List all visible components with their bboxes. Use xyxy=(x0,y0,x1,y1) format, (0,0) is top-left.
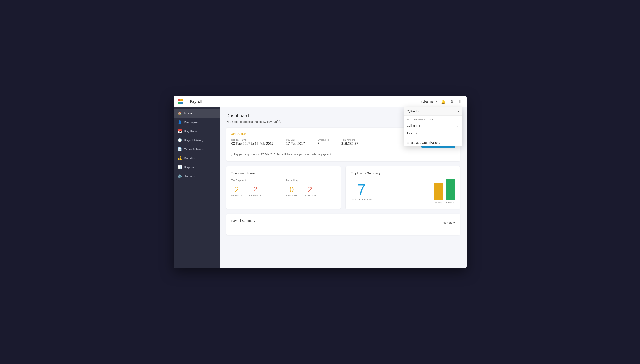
pay-run-details: Regular Payroll 03 Feb 2017 to 16 Feb 20… xyxy=(231,138,358,146)
org-item-zylker-label: Zylker Inc. xyxy=(407,124,421,128)
emp-count-label: Active Employees xyxy=(351,198,372,201)
form-counts: 0 PENDING 2 OVERDUE xyxy=(286,185,336,197)
org-item-zylker[interactable]: Zylker Inc. ✓ xyxy=(404,122,462,130)
manage-org-label: Manage Organizations xyxy=(411,141,440,144)
form-pending-number: 0 xyxy=(286,185,297,194)
sidebar-item-benefits-label: Benefits xyxy=(184,157,195,160)
payroll-summary-header: Payroll Summary This Year ▾ xyxy=(231,219,455,226)
emp-summary: 7 Active Employees Hourly Salaried xyxy=(351,179,455,204)
tax-payments-title: Tax Payments xyxy=(231,179,281,182)
salaried-label: Salaried xyxy=(446,201,454,204)
year-selector[interactable]: This Year ▾ xyxy=(441,221,455,224)
settings-button[interactable]: ⚙ xyxy=(450,98,455,105)
org-selector[interactable]: Zylker Inc. ▾ xyxy=(421,100,437,103)
sidebar-item-payroll-history[interactable]: 🕐 Payroll History xyxy=(174,136,220,145)
form-filing-section: Form filing 0 PENDING 2 OVERDUE xyxy=(281,179,336,197)
salaried-bar xyxy=(446,179,455,200)
pay-run-total-field: Total Amount $16,252.57 xyxy=(342,138,358,146)
taxes-sections: Tax Payments 2 PENDING 2 OVERDUE xyxy=(231,179,336,197)
pay-run-period-field: Regular Payroll 03 Feb 2017 to 16 Feb 20… xyxy=(231,138,274,146)
org-dropdown: Zylker Inc. ▾ MY ORGANIZATIONS Zylker In… xyxy=(404,107,462,146)
manage-org-icon: ≡ xyxy=(407,141,409,144)
logo-area: Payroll xyxy=(178,99,202,104)
org-chevron-icon: ▾ xyxy=(436,100,437,103)
salaried-bar-group: Salaried xyxy=(446,179,455,204)
payroll-history-icon: 🕐 xyxy=(178,138,182,142)
employees-summary-card: Employees Summary 7 Active Employees Hou… xyxy=(346,166,460,209)
year-chevron-icon: ▾ xyxy=(453,221,455,224)
tax-payments-section: Tax Payments 2 PENDING 2 OVERDUE xyxy=(231,179,281,197)
org-dropdown-selected: Zylker Inc. xyxy=(407,110,421,113)
tax-overdue-label: OVERDUE xyxy=(249,194,261,197)
employees-label: Employees xyxy=(317,138,329,141)
manage-organizations-item[interactable]: ≡ Manage Organizations xyxy=(404,139,462,146)
tax-counts: 2 PENDING 2 OVERDUE xyxy=(231,185,281,197)
taxes-forms-icon: 📄 xyxy=(178,147,182,151)
org-item-hillcrest[interactable]: Hillcrest xyxy=(404,130,462,137)
period-label: Regular Payroll xyxy=(231,138,274,141)
info-note: ℹ Pay your employees on 17 Feb 2017. Rec… xyxy=(231,150,455,156)
form-filing-title: Form filing xyxy=(286,179,336,182)
employees-value: 7 xyxy=(317,142,319,146)
org-section-label: MY ORGANIZATIONS xyxy=(404,116,462,122)
total-label: Total Amount xyxy=(342,138,358,141)
taxes-forms-card: Taxes and Forms Tax Payments 2 PENDING 2 xyxy=(226,166,341,209)
org-name-label: Zylker Inc. xyxy=(421,100,434,103)
sidebar-item-home-label: Home xyxy=(184,112,192,115)
emp-count-number: 7 xyxy=(351,182,372,197)
total-value: $16,252.57 xyxy=(342,142,358,146)
sq2 xyxy=(180,99,183,102)
notifications-button[interactable]: 🔔 xyxy=(440,98,446,105)
sidebar: 🏠 Home 👤 Employees 📅 Pay Runs 🕐 Payroll … xyxy=(174,107,220,268)
form-pending-label: PENDING xyxy=(286,194,297,197)
sidebar-item-employees-label: Employees xyxy=(184,121,199,124)
year-selector-label: This Year xyxy=(441,221,452,224)
zoho-squares xyxy=(178,99,183,104)
reports-icon: 📊 xyxy=(178,165,182,169)
app-title: Payroll xyxy=(190,99,202,104)
hourly-label: Hourly xyxy=(435,201,442,204)
sidebar-item-taxes-forms-label: Taxes & Forms xyxy=(184,148,204,151)
hourly-bar-group: Hourly xyxy=(434,183,443,204)
pay-run-date-field: Pay Date 17 Feb 2017 xyxy=(286,138,305,146)
payroll-summary-title: Payroll Summary xyxy=(231,219,255,222)
org-dropdown-header[interactable]: Zylker Inc. ▾ xyxy=(404,107,462,116)
sidebar-item-pay-runs[interactable]: 📅 Pay Runs xyxy=(174,127,220,136)
sq1 xyxy=(178,99,180,102)
tax-pending-number: 2 xyxy=(231,185,243,194)
sidebar-item-taxes-forms[interactable]: 📄 Taxes & Forms xyxy=(174,145,220,154)
payroll-summary-card: Payroll Summary This Year ▾ xyxy=(226,214,460,235)
sidebar-item-payroll-history-label: Payroll History xyxy=(184,139,203,142)
period-value: 03 Feb 2017 to 16 Feb 2017 xyxy=(231,142,274,146)
org-item-hillcrest-label: Hillcrest xyxy=(407,132,418,135)
zoho-logo xyxy=(178,99,189,104)
form-pending-item: 0 PENDING xyxy=(286,185,297,197)
org-check-icon: ✓ xyxy=(457,124,459,128)
sq3 xyxy=(178,102,180,104)
form-overdue-label: OVERDUE xyxy=(304,194,316,197)
sidebar-item-settings-label: Settings xyxy=(184,175,195,178)
tax-overdue-item: 2 OVERDUE xyxy=(249,185,261,197)
org-divider xyxy=(404,138,462,138)
settings-nav-icon: ⚙️ xyxy=(178,174,182,178)
sidebar-item-reports[interactable]: 📊 Reports xyxy=(174,163,220,172)
sidebar-item-benefits[interactable]: 💰 Benefits xyxy=(174,154,220,163)
employees-summary-title: Employees Summary xyxy=(351,171,455,175)
top-bar-right: Zylker Inc. ▾ 🔔 ⚙ ⠿ xyxy=(421,98,462,105)
sidebar-item-reports-label: Reports xyxy=(184,166,195,169)
sidebar-item-pay-runs-label: Pay Runs xyxy=(184,130,197,133)
org-dropdown-chevron-icon: ▾ xyxy=(458,110,459,112)
hourly-bar xyxy=(434,183,443,200)
sidebar-item-home[interactable]: 🏠 Home xyxy=(174,109,220,118)
apps-button[interactable]: ⠿ xyxy=(458,98,462,105)
sq4 xyxy=(180,102,183,104)
top-bar: Payroll Zylker Inc. ▾ 🔔 ⚙ ⠿ Zylker Inc. … xyxy=(174,96,467,107)
form-overdue-item: 2 OVERDUE xyxy=(304,185,316,197)
employees-icon: 👤 xyxy=(178,120,182,124)
sidebar-item-employees[interactable]: 👤 Employees xyxy=(174,118,220,127)
taxes-forms-title: Taxes and Forms xyxy=(231,171,336,175)
tax-pending-label: PENDING xyxy=(231,194,243,197)
form-overdue-number: 2 xyxy=(304,185,316,194)
info-icon: ℹ xyxy=(231,153,232,156)
sidebar-item-settings[interactable]: ⚙️ Settings xyxy=(174,172,220,181)
